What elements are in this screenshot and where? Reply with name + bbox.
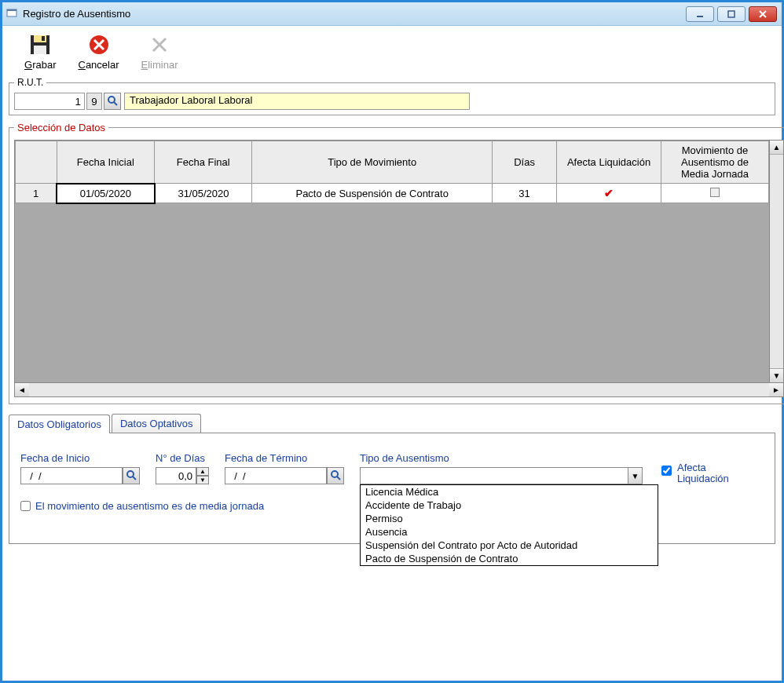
svg-point-15 [108, 97, 115, 103]
tipo-ausentismo-options: Licencia Médica Accidente de Trabajo Per… [360, 484, 658, 566]
svg-rect-1 [7, 9, 16, 11]
check-icon: ✔ [604, 187, 614, 199]
data-grid[interactable]: Fecha Inicial Fecha Final Tipo de Movimi… [14, 140, 784, 383]
cancelar-button[interactable]: Cancelar [78, 32, 119, 71]
svg-rect-3 [728, 11, 735, 17]
table-row[interactable]: 1 01/05/2020 31/05/2020 Pacto de Suspens… [16, 184, 769, 203]
fecha-inicio-label: Fecha de Inicio [20, 452, 140, 464]
unchecked-box-icon [710, 188, 720, 197]
col-dias[interactable]: Días [492, 141, 556, 184]
rut-number-input[interactable] [14, 93, 85, 110]
row-number: 1 [16, 184, 57, 203]
cancelar-label: Cancelar [78, 59, 119, 71]
fecha-termino-picker-button[interactable] [327, 467, 344, 484]
seleccion-legend: Selección de Datos [14, 122, 108, 133]
tipo-ausentismo-dropdown[interactable]: ▼ Licencia Médica Accidente de Trabajo P… [360, 467, 643, 484]
cell-fecha-inicial[interactable]: 01/05/2020 [57, 184, 154, 203]
rut-search-button[interactable] [104, 93, 121, 110]
app-icon [5, 8, 18, 20]
n-dias-input[interactable] [156, 467, 196, 484]
svg-rect-8 [34, 46, 46, 54]
row-header-blank [16, 141, 57, 184]
cell-media[interactable] [661, 184, 768, 203]
cell-tipo-mov[interactable]: Pacto de Suspensión de Contrato [252, 184, 493, 203]
col-tipo-mov[interactable]: Tipo de Movimiento [252, 141, 493, 184]
scroll-right-button[interactable]: ► [769, 383, 783, 396]
svg-point-19 [332, 471, 338, 477]
tab-datos-optativos[interactable]: Datos Optativos [112, 414, 202, 433]
save-icon [27, 32, 53, 57]
dropdown-option[interactable]: Licencia Médica [361, 485, 658, 499]
grabar-label: Grabar [24, 59, 56, 71]
svg-point-17 [127, 471, 134, 477]
grabar-button[interactable]: Grabar [24, 32, 56, 71]
field-n-dias: N° de Días ▲ ▼ [156, 452, 209, 484]
content-area: Grabar Cancelar [2, 26, 782, 550]
cancel-icon [86, 32, 112, 57]
cell-afecta[interactable]: ✔ [557, 184, 661, 203]
eliminar-label: Eliminar [141, 59, 178, 71]
window-title: Registro de Ausentismo [23, 8, 130, 20]
col-afecta[interactable]: Afecta Liquidación [557, 141, 661, 184]
tabbar: Datos Obligatorios Datos Optativos [9, 414, 775, 433]
tipo-ausentismo-label: Tipo de Ausentismo [360, 452, 643, 464]
tab-panel-obligatorios: Fecha de Inicio N° de Días ▲ ▼ [9, 433, 775, 544]
search-icon [107, 95, 118, 108]
media-jornada-label: El movimiento de ausentismo es de media … [35, 500, 264, 512]
fecha-termino-label: Fecha de Término [225, 452, 344, 464]
n-dias-label: N° de Días [156, 452, 209, 464]
rut-group: R.U.T. Trabajador Laboral Laboral [9, 77, 775, 115]
fecha-termino-input[interactable] [225, 467, 327, 484]
scroll-up-button[interactable]: ▲ [770, 141, 783, 155]
dropdown-option[interactable]: Suspensión del Contrato por Acto de Auto… [361, 539, 658, 552]
horizontal-scrollbar[interactable]: ◄ ► [14, 383, 784, 397]
vertical-scrollbar[interactable]: ▲ ▼ [770, 140, 784, 383]
delete-icon [147, 32, 172, 57]
dropdown-option[interactable]: Accidente de Trabajo [361, 499, 658, 512]
seleccion-group: Selección de Datos Fecha Inicial Fecha F [9, 122, 784, 404]
toolbar: Grabar Cancelar [9, 29, 775, 74]
field-fecha-termino: Fecha de Término [225, 452, 344, 484]
afecta-label: AfectaLiquidación [677, 462, 729, 484]
col-mov-media[interactable]: Movimiento de Ausentismo de Media Jornad… [661, 141, 768, 184]
field-fecha-inicio: Fecha de Inicio [20, 452, 140, 484]
dropdown-toggle-button[interactable]: ▼ [628, 468, 642, 484]
afecta-checkbox[interactable] [661, 466, 672, 476]
n-dias-up-button[interactable]: ▲ [196, 467, 209, 476]
cell-dias[interactable]: 31 [492, 184, 556, 203]
rut-digit-input[interactable] [86, 93, 102, 110]
app-window: Registro de Ausentismo [0, 0, 784, 683]
field-afecta-liquidacion: AfectaLiquidación [658, 462, 729, 484]
field-tipo-ausentismo: Tipo de Ausentismo ▼ Licencia Médica Acc… [360, 452, 643, 484]
svg-rect-9 [42, 36, 45, 41]
close-button[interactable] [749, 6, 777, 22]
fecha-inicio-picker-button[interactable] [123, 467, 140, 484]
dropdown-option[interactable]: Permiso [361, 512, 658, 525]
search-icon [126, 469, 137, 483]
tab-datos-obligatorios[interactable]: Datos Obligatorios [9, 415, 110, 433]
eliminar-button: Eliminar [141, 32, 178, 71]
dropdown-option[interactable]: Ausencia [361, 525, 658, 539]
media-jornada-checkbox[interactable] [20, 501, 31, 511]
fecha-inicio-input[interactable] [20, 467, 123, 484]
scroll-left-button[interactable]: ◄ [15, 383, 29, 396]
window-controls [686, 6, 777, 22]
svg-line-18 [133, 477, 136, 480]
search-icon [330, 469, 341, 483]
col-fecha-inicial[interactable]: Fecha Inicial [57, 141, 154, 184]
svg-line-20 [337, 477, 340, 480]
n-dias-down-button[interactable]: ▼ [196, 476, 209, 484]
dropdown-option[interactable]: Pacto de Suspensión de Contrato [361, 552, 658, 565]
grid-table: Fecha Inicial Fecha Final Tipo de Movimi… [15, 141, 769, 204]
rut-legend: R.U.T. [14, 77, 46, 88]
worker-name-display: Trabajador Laboral Laboral [124, 93, 470, 110]
grid-header-row: Fecha Inicial Fecha Final Tipo de Movimi… [16, 141, 769, 184]
cell-fecha-final[interactable]: 31/05/2020 [155, 184, 252, 203]
titlebar: Registro de Ausentismo [2, 2, 782, 26]
maximize-button[interactable] [717, 6, 746, 22]
tipo-ausentismo-input[interactable] [360, 467, 643, 484]
minimize-button[interactable] [686, 6, 714, 22]
svg-line-16 [114, 102, 117, 105]
col-fecha-final[interactable]: Fecha Final [155, 141, 252, 184]
scroll-down-button[interactable]: ▼ [770, 368, 783, 382]
